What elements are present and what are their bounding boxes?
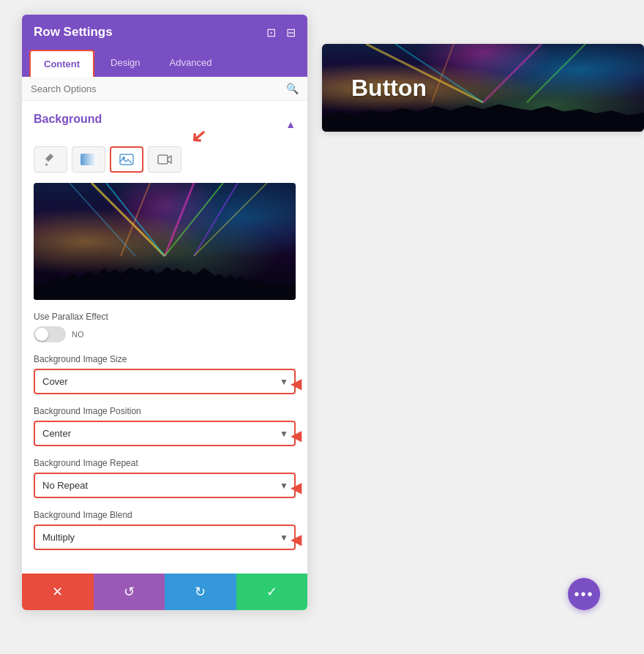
expand-icon[interactable]: ⊡ <box>266 26 276 40</box>
tab-bar: Content Design Advanced <box>22 50 307 77</box>
svg-line-11 <box>194 183 267 256</box>
header-icons: ⊡ ⊟ <box>266 26 296 40</box>
image-size-label: Background Image Size <box>34 354 296 364</box>
bg-type-color-btn[interactable] <box>34 146 67 173</box>
svg-line-16 <box>432 44 454 102</box>
background-image-preview[interactable] <box>34 183 296 300</box>
search-bar: 🔍 <box>22 77 307 101</box>
preview-button-text: Button <box>351 75 427 102</box>
redo-button[interactable]: ↻ <box>165 574 236 610</box>
tab-advanced[interactable]: Advanced <box>157 50 225 77</box>
svg-line-7 <box>165 183 223 256</box>
image-blend-label: Background Image Blend <box>34 510 296 520</box>
svg-line-14 <box>483 44 542 102</box>
bg-type-container: ➜ <box>34 146 296 173</box>
svg-line-4 <box>91 183 165 256</box>
svg-line-10 <box>70 183 135 256</box>
image-position-label: Background Image Position <box>34 406 296 416</box>
svg-line-15 <box>527 44 585 102</box>
preview-background: Button <box>322 44 644 132</box>
bg-type-image-btn[interactable] <box>110 146 143 173</box>
image-blend-select[interactable]: Multiply Normal Screen Overlay Darken Li… <box>34 525 296 550</box>
gradient-icon <box>80 154 97 165</box>
background-title: Background <box>34 113 102 126</box>
bg-type-video-btn[interactable] <box>148 146 181 173</box>
video-icon <box>157 154 172 165</box>
bg-type-gradient-btn[interactable] <box>72 146 105 173</box>
search-icon: 🔍 <box>286 83 299 94</box>
svg-line-5 <box>106 183 165 256</box>
tab-design[interactable]: Design <box>97 50 153 77</box>
image-blend-group: Background Image Blend Multiply Normal S… <box>34 510 296 550</box>
image-blend-select-wrapper: Multiply Normal Screen Overlay Darken Li… <box>34 525 296 550</box>
svg-line-9 <box>194 183 238 256</box>
panel-header: Row Settings ⊡ ⊟ <box>22 15 307 50</box>
parallax-group: Use Parallax Effect NO <box>34 312 296 342</box>
image-repeat-label: Background Image Repeat <box>34 458 296 468</box>
parallax-value: NO <box>72 330 84 339</box>
layout-icon[interactable]: ⊟ <box>286 26 296 40</box>
svg-line-8 <box>121 183 150 256</box>
reset-button[interactable]: ↺ <box>94 574 165 610</box>
image-size-select[interactable]: Cover Contain Auto <box>34 369 296 394</box>
parallax-label: Use Parallax Effect <box>34 312 296 322</box>
image-repeat-group: Background Image Repeat No Repeat Repeat… <box>34 458 296 498</box>
panel-content: Background ▲ <box>22 101 307 574</box>
cancel-button[interactable]: ✕ <box>22 574 94 610</box>
image-size-select-wrapper: Cover Contain Auto ▼ <box>34 369 296 394</box>
floating-dots-button[interactable]: ••• <box>568 578 600 610</box>
tab-content[interactable]: Content <box>29 50 94 77</box>
parallax-toggle-wrapper: NO <box>34 326 296 342</box>
image-size-group: Background Image Size Cover Contain Auto… <box>34 354 296 394</box>
toggle-knob <box>35 328 48 341</box>
save-button[interactable]: ✓ <box>236 574 308 610</box>
svg-rect-3 <box>158 155 168 164</box>
svg-rect-0 <box>80 154 97 165</box>
row-settings-panel: Row Settings ⊡ ⊟ Content Design Advanced… <box>22 15 307 610</box>
image-icon <box>119 154 134 165</box>
image-position-group: Background Image Position Center Top Lef… <box>34 406 296 446</box>
preview-inner <box>34 183 296 300</box>
image-repeat-select-wrapper: No Repeat Repeat Repeat X Repeat Y ▼ <box>34 473 296 498</box>
bg-type-icons <box>34 146 296 173</box>
paint-bucket-icon <box>43 152 58 167</box>
parallax-toggle[interactable] <box>34 326 66 342</box>
preview-panel: Button <box>322 44 644 132</box>
image-position-select-wrapper: Center Top Left Top Center Top Right Bot… <box>34 421 296 446</box>
image-repeat-select[interactable]: No Repeat Repeat Repeat X Repeat Y <box>34 473 296 498</box>
crowd-silhouette <box>34 256 296 300</box>
panel-title: Row Settings <box>34 25 113 40</box>
image-position-select[interactable]: Center Top Left Top Center Top Right Bot… <box>34 421 296 446</box>
svg-line-6 <box>165 183 194 256</box>
background-section-header: Background ▲ <box>34 113 296 136</box>
search-input[interactable] <box>31 83 286 94</box>
section-collapse-icon[interactable]: ▲ <box>285 119 296 130</box>
bottom-toolbar: ✕ ↺ ↻ ✓ <box>22 574 307 610</box>
